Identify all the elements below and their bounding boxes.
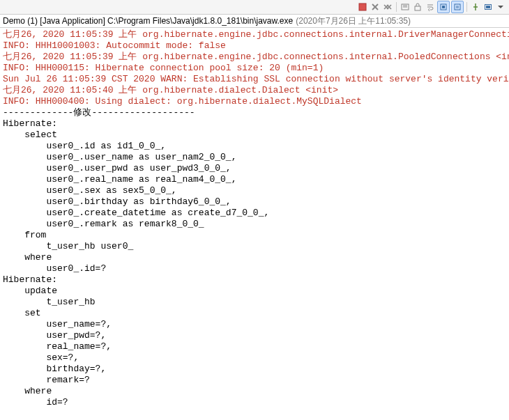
toolbar-separator <box>396 2 397 12</box>
console-line: INFO: HHH000115: Hibernate connection po… <box>3 63 506 74</box>
process-timestamp: (2020年7月26日 上午11:05:35) <box>296 15 411 27</box>
console-toolbar <box>0 0 509 15</box>
svg-rect-10 <box>415 6 420 10</box>
console-line: Hibernate: <box>3 274 506 286</box>
display-selected-icon[interactable] <box>483 1 494 13</box>
remove-all-icon[interactable] <box>382 1 393 13</box>
svg-rect-13 <box>455 4 460 10</box>
console-line: birthday=?, <box>3 364 506 375</box>
console-line: update <box>3 286 506 297</box>
console-line: 七月26, 2020 11:05:39 上午 org.hibernate.eng… <box>3 52 506 63</box>
remove-launch-icon[interactable] <box>370 1 381 13</box>
scroll-lock-icon[interactable] <box>412 1 423 13</box>
console-line: user0_.create_datetime as create_d7_0_0_… <box>3 208 506 219</box>
console-line: id=? <box>3 397 506 408</box>
show-standard-out-icon[interactable] <box>437 1 450 13</box>
pin-console-icon[interactable] <box>470 1 481 13</box>
console-line: user_name=?, <box>3 319 506 330</box>
console-line: remark=? <box>3 375 506 386</box>
word-wrap-icon[interactable] <box>425 1 436 13</box>
console-line: INFO: HHH000400: Using dialect: org.hibe… <box>3 96 506 107</box>
console-line: 七月26, 2020 11:05:40 上午 org.hibernate.dia… <box>3 85 506 96</box>
console-line: select <box>3 130 506 141</box>
console-line: -------------修改------------------- <box>3 107 506 118</box>
console-line: 七月26, 2020 11:05:39 上午 org.hibernate.eng… <box>3 29 506 40</box>
console-line: t_user_hb user0_ <box>3 241 506 252</box>
console-line: t_user_hb <box>3 297 506 308</box>
console-line: set <box>3 308 506 319</box>
console-line: user0_.remark as remark8_0_0_ <box>3 219 506 230</box>
svg-rect-0 <box>359 3 366 10</box>
terminate-icon[interactable] <box>357 1 368 13</box>
console-line: INFO: HHH10001003: Autocommit mode: fals… <box>3 40 506 52</box>
console-line: Hibernate: <box>3 118 506 130</box>
console-line: sex=?, <box>3 352 506 364</box>
console-output[interactable]: 七月26, 2020 11:05:39 上午 org.hibernate.eng… <box>0 28 509 410</box>
toolbar-separator <box>466 2 467 12</box>
console-line: user_pwd=?, <box>3 330 506 341</box>
console-line: user0_.id as id1_0_0_, <box>3 141 506 152</box>
clear-console-icon[interactable] <box>400 1 411 13</box>
show-when-output-icon[interactable] <box>451 1 464 13</box>
svg-rect-17 <box>486 6 490 8</box>
console-header: Demo (1) [Java Application] C:\Program F… <box>0 15 509 28</box>
console-line: real_name=?, <box>3 341 506 352</box>
console-line: where <box>3 386 506 397</box>
console-line: Sun Jul 26 11:05:39 CST 2020 WARN: Estab… <box>3 74 506 85</box>
console-line: user0_.id=? <box>3 263 506 274</box>
view-menu-icon[interactable] <box>495 1 506 13</box>
console-line: user0_.user_pwd as user_pwd3_0_0_, <box>3 163 506 174</box>
console-line: where <box>3 252 506 263</box>
console-line: user0_.sex as sex5_0_0_, <box>3 185 506 196</box>
console-line: user0_.birthday as birthday6_0_0_, <box>3 196 506 208</box>
process-label: Demo (1) [Java Application] C:\Program F… <box>3 16 293 26</box>
console-line: user0_.user_name as user_nam2_0_0_, <box>3 152 506 163</box>
console-line: user0_.real_name as real_nam4_0_0_, <box>3 174 506 185</box>
console-line: from <box>3 230 506 241</box>
svg-rect-12 <box>442 6 445 8</box>
